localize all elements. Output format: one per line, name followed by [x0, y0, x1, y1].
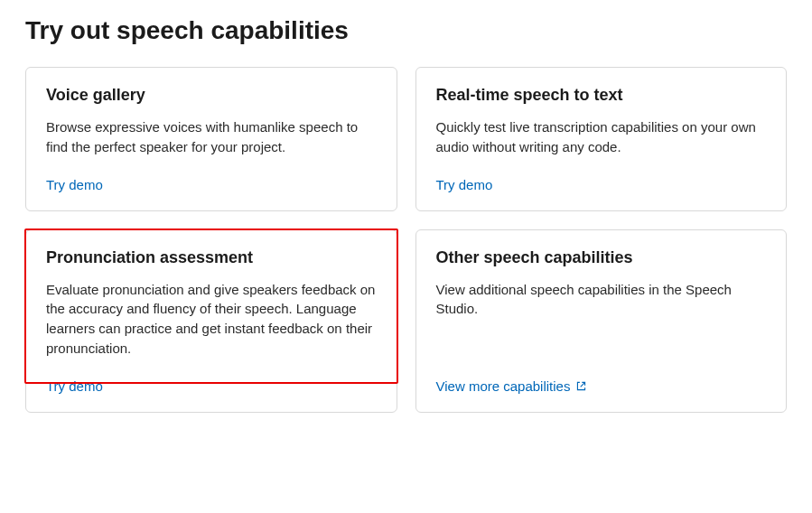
card-description: Evaluate pronunciation and give speakers… — [46, 280, 377, 359]
card-description: Browse expressive voices with humanlike … — [46, 117, 377, 157]
try-demo-link[interactable]: Try demo — [436, 177, 493, 192]
view-more-link[interactable]: View more capabilities — [436, 378, 588, 394]
external-link-icon — [575, 380, 587, 392]
link-label: View more capabilities — [436, 378, 571, 394]
card-realtime-stt: Real-time speech to text Quickly test li… — [415, 67, 788, 211]
try-demo-link[interactable]: Try demo — [46, 378, 103, 394]
card-description: Quickly test live transcription capabili… — [436, 117, 767, 157]
card-title: Voice gallery — [46, 86, 377, 105]
card-title: Real-time speech to text — [436, 86, 767, 105]
card-other-capabilities: Other speech capabilities View additiona… — [415, 229, 788, 413]
card-title: Other speech capabilities — [436, 248, 767, 267]
try-demo-link[interactable]: Try demo — [46, 177, 103, 192]
card-grid: Voice gallery Browse expressive voices w… — [25, 67, 787, 413]
card-voice-gallery: Voice gallery Browse expressive voices w… — [25, 67, 397, 211]
card-pronunciation-assessment: Pronunciation assessment Evaluate pronun… — [25, 229, 397, 413]
card-description: View additional speech capabilities in t… — [436, 280, 767, 359]
card-title: Pronunciation assessment — [46, 248, 377, 267]
page-title: Try out speech capabilities — [25, 16, 787, 45]
